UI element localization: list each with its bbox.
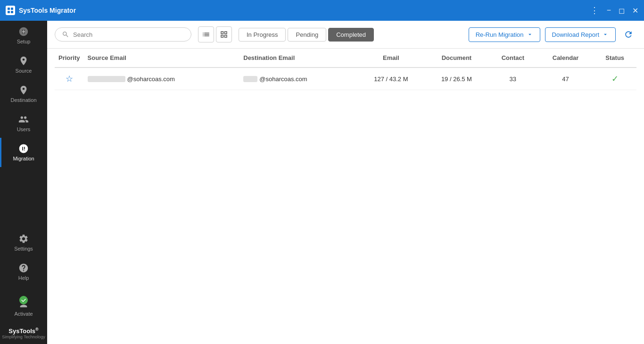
sidebar-label-source: Source — [16, 68, 32, 74]
source-email-content: @soharcoas.com — [88, 76, 236, 83]
minimize-button[interactable]: − — [607, 6, 611, 15]
menu-icon[interactable]: ⋮ — [590, 5, 599, 16]
svg-rect-1 — [11, 8, 13, 10]
col-destination-email: Destination Email — [239, 49, 357, 67]
table-header-row: Priority Source Email Destination Email … — [55, 49, 636, 67]
brand-tagline: Simplifying Technology — [2, 335, 45, 339]
sidebar-label-help: Help — [18, 275, 29, 281]
main-layout: Setup Source Destination Users Migration… — [0, 21, 644, 344]
rerun-migration-label: Re-Run Migration — [476, 31, 524, 38]
content-area: In Progress Pending Completed Re-Run Mig… — [47, 21, 644, 344]
svg-rect-2 — [8, 11, 10, 13]
download-report-button[interactable]: Download Report — [545, 27, 616, 42]
app-title: SysTools Migrator — [19, 7, 76, 14]
search-icon — [62, 31, 69, 38]
sidebar-item-destination[interactable]: Destination — [0, 79, 47, 109]
dest-email-content: @soharcoas.com — [243, 76, 353, 83]
sidebar-item-migration[interactable]: Migration — [0, 138, 47, 167]
dest-email-cell: @soharcoas.com — [239, 67, 357, 90]
app-logo — [6, 6, 15, 15]
refresh-button[interactable] — [620, 26, 636, 42]
title-bar-left: SysTools Migrator — [6, 6, 76, 15]
sidebar-label-settings: Settings — [14, 246, 33, 252]
sidebar-label-setup: Setup — [17, 39, 31, 44]
email-count-cell: 127 / 43.2 M — [357, 67, 425, 90]
calendar-cell: 47 — [538, 67, 594, 90]
restore-button[interactable]: ◻ — [619, 6, 625, 15]
source-email-blur — [88, 76, 125, 82]
status-tabs: In Progress Pending Completed — [239, 28, 374, 42]
toolbar: In Progress Pending Completed Re-Run Mig… — [47, 21, 644, 49]
sidebar-label-destination: Destination — [10, 97, 36, 103]
col-priority: Priority — [55, 49, 84, 67]
sidebar-item-users[interactable]: Users — [0, 109, 47, 138]
window-controls: ⋮ − ◻ ✕ — [590, 5, 638, 16]
col-source-email: Source Email — [84, 49, 240, 67]
sidebar-brand: SysTools® Simplifying Technology — [0, 322, 47, 344]
status-check-icon: ✓ — [611, 74, 619, 84]
priority-cell[interactable]: ☆ — [55, 67, 84, 90]
contact-cell: 33 — [488, 67, 538, 90]
download-report-label: Download Report — [552, 31, 599, 38]
status-cell: ✓ — [593, 67, 636, 90]
col-calendar: Calendar — [538, 49, 594, 67]
refresh-icon — [624, 30, 633, 39]
brand-name: SysTools® — [8, 327, 38, 335]
svg-rect-0 — [8, 8, 10, 10]
sidebar-item-source[interactable]: Source — [0, 50, 47, 79]
sidebar-label-activate: Activate — [14, 311, 33, 317]
sidebar: Setup Source Destination Users Migration… — [0, 21, 47, 344]
document-cell: 19 / 26.5 M — [425, 67, 488, 90]
sidebar-item-setup[interactable]: Setup — [0, 21, 47, 50]
sidebar-item-help[interactable]: Help — [0, 257, 47, 286]
tab-in-progress[interactable]: In Progress — [239, 28, 286, 42]
col-contact: Contact — [488, 49, 538, 67]
list-view-button[interactable] — [198, 26, 214, 42]
table-row: ☆ @soharcoas.com @soharcoas.com — [55, 67, 636, 90]
svg-rect-3 — [11, 11, 13, 13]
source-email-cell: @soharcoas.com — [84, 67, 240, 90]
dest-email-domain: @soharcoas.com — [259, 76, 307, 83]
grid-view-button[interactable] — [216, 26, 232, 42]
rerun-migration-button[interactable]: Re-Run Migration — [469, 27, 540, 42]
download-dropdown-icon — [602, 31, 609, 38]
close-button[interactable]: ✕ — [632, 6, 638, 15]
col-email: Email — [357, 49, 425, 67]
col-document: Document — [425, 49, 488, 67]
table-area: Priority Source Email Destination Email … — [47, 49, 644, 344]
priority-star[interactable]: ☆ — [66, 74, 73, 84]
dest-email-blur — [243, 76, 257, 82]
view-toggle — [198, 26, 232, 42]
tab-completed[interactable]: Completed — [328, 28, 374, 42]
search-input[interactable] — [73, 31, 184, 38]
title-bar: SysTools Migrator ⋮ − ◻ ✕ — [0, 0, 644, 21]
col-status: Status — [593, 49, 636, 67]
tab-pending[interactable]: Pending — [288, 28, 326, 42]
sidebar-item-activate[interactable]: Activate — [0, 286, 47, 322]
sidebar-label-migration: Migration — [13, 156, 34, 161]
activate-badge — [19, 296, 28, 304]
sidebar-label-users: Users — [17, 126, 31, 132]
svg-point-4 — [22, 30, 25, 33]
dropdown-icon — [527, 31, 533, 38]
migration-table: Priority Source Email Destination Email … — [55, 49, 636, 90]
brand-tm: ® — [35, 327, 39, 332]
source-email-domain: @soharcoas.com — [127, 76, 175, 83]
sidebar-bottom: Settings Help Activate SysTools® Simplif… — [0, 228, 47, 344]
search-box[interactable] — [55, 27, 191, 42]
sidebar-item-settings[interactable]: Settings — [0, 228, 47, 257]
